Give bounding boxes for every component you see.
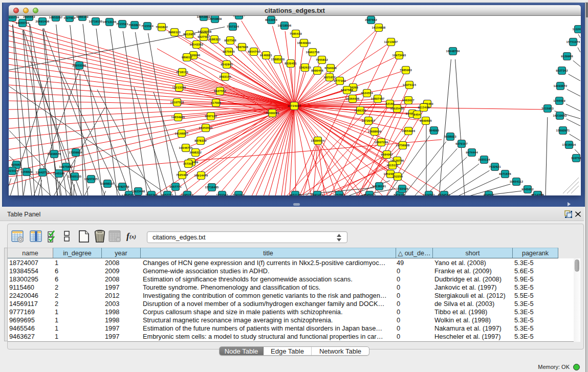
svg-text:12942737: 12942737 <box>36 171 50 174</box>
svg-text:20206576: 20206576 <box>48 152 61 156</box>
svg-text:16914479: 16914479 <box>194 174 208 177</box>
svg-text:9205314: 9205314 <box>233 16 245 17</box>
svg-text:9115400: 9115400 <box>418 106 429 109</box>
svg-text:19654985: 19654985 <box>171 116 185 119</box>
svg-text:10025438: 10025438 <box>390 107 404 110</box>
svg-text:62160: 62160 <box>386 102 395 105</box>
svg-text:9031125: 9031125 <box>289 193 301 195</box>
svg-text:20053346: 20053346 <box>73 64 86 67</box>
svg-text:9327508: 9327508 <box>224 39 236 42</box>
svg-text:8454: 8454 <box>413 113 421 116</box>
svg-text:12923448: 12923448 <box>132 190 145 193</box>
svg-text:15716485: 15716485 <box>205 186 219 189</box>
svg-text:1244419: 1244419 <box>553 99 565 102</box>
svg-text:12505135: 12505135 <box>68 175 82 178</box>
svg-text:157201: 157201 <box>183 162 193 165</box>
svg-text:1621072: 1621072 <box>323 76 336 79</box>
svg-text:924502: 924502 <box>484 193 494 195</box>
svg-text:8912954: 8912954 <box>183 33 195 36</box>
svg-text:7085419: 7085419 <box>290 32 302 35</box>
svg-text:9684067: 9684067 <box>381 153 393 156</box>
svg-text:9146821: 9146821 <box>260 54 272 57</box>
svg-text:6497568: 6497568 <box>341 89 353 92</box>
svg-text:19654923: 19654923 <box>402 129 416 133</box>
svg-text:2087682: 2087682 <box>365 18 377 21</box>
svg-text:20364436: 20364436 <box>346 97 360 100</box>
svg-text:9777169: 9777169 <box>334 79 346 82</box>
svg-text:8990448: 8990448 <box>311 69 323 72</box>
svg-text:3915411: 3915411 <box>9 169 18 172</box>
svg-text:16107553: 16107553 <box>170 101 184 104</box>
svg-text:1733426: 1733426 <box>396 187 408 190</box>
svg-text:10958107: 10958107 <box>101 182 115 185</box>
svg-text:3675645: 3675645 <box>223 50 235 53</box>
svg-text:12213369: 12213369 <box>172 86 186 89</box>
svg-text:9327503: 9327503 <box>198 35 210 38</box>
svg-text:12093872: 12093872 <box>554 84 568 87</box>
svg-text:16543362: 16543362 <box>190 43 204 46</box>
svg-text:14055724: 14055724 <box>9 16 19 19</box>
svg-text:10807487: 10807487 <box>371 97 385 100</box>
svg-text:14055724: 14055724 <box>16 21 30 25</box>
svg-text:1112405: 1112405 <box>573 28 581 31</box>
svg-text:8813054: 8813054 <box>265 18 277 21</box>
svg-text:9657771: 9657771 <box>161 193 173 195</box>
svg-text:9699695: 9699695 <box>420 119 432 122</box>
svg-text:9227342: 9227342 <box>556 69 568 72</box>
svg-text:164095: 164095 <box>429 129 439 132</box>
svg-text:17359924: 17359924 <box>69 151 83 154</box>
svg-text:16961758: 16961758 <box>306 51 320 54</box>
svg-text:16210643: 16210643 <box>553 114 567 117</box>
svg-text:20691406: 20691406 <box>36 20 50 23</box>
svg-text:8186323: 8186323 <box>208 38 221 41</box>
svg-text:16154808: 16154808 <box>372 26 386 29</box>
svg-text:7515521: 7515521 <box>116 23 128 26</box>
svg-text:9934510: 9934510 <box>438 193 450 195</box>
svg-text:5938923: 5938923 <box>444 135 456 138</box>
svg-text:16782759: 16782759 <box>116 185 129 188</box>
svg-text:10719155: 10719155 <box>89 20 103 23</box>
svg-text:19975867: 19975867 <box>59 165 73 168</box>
svg-text:9129966: 9129966 <box>561 55 573 58</box>
svg-text:14136141: 14136141 <box>373 185 386 188</box>
svg-text:8841472: 8841472 <box>311 193 323 195</box>
svg-text:252254: 252254 <box>393 175 403 178</box>
svg-text:8220451: 8220451 <box>285 62 297 65</box>
svg-text:15720407: 15720407 <box>362 119 376 122</box>
svg-text:9245652: 9245652 <box>521 188 534 191</box>
svg-text:17016504: 17016504 <box>562 143 577 146</box>
svg-text:15692971: 15692971 <box>556 129 570 132</box>
svg-text:2718170: 2718170 <box>176 71 188 74</box>
svg-text:2935114: 2935114 <box>478 158 490 161</box>
svg-text:16648784: 16648784 <box>446 50 461 53</box>
svg-text:10688609: 10688609 <box>368 130 382 133</box>
svg-text:13353594: 13353594 <box>199 126 213 129</box>
svg-text:15751074: 15751074 <box>567 40 581 43</box>
svg-text:15885220: 15885220 <box>271 58 285 61</box>
svg-text:10654112: 10654112 <box>510 180 524 183</box>
svg-text:19384554: 19384554 <box>311 139 325 142</box>
svg-text:7632621: 7632621 <box>489 165 501 168</box>
svg-text:1156829: 1156829 <box>20 170 32 173</box>
svg-text:9474444: 9474444 <box>466 151 478 154</box>
svg-text:8454749: 8454749 <box>248 50 260 53</box>
svg-text:2803144: 2803144 <box>219 75 231 78</box>
svg-text:1362615: 1362615 <box>299 66 311 69</box>
svg-text:17957225: 17957225 <box>84 178 98 181</box>
svg-text:1024501: 1024501 <box>423 193 435 195</box>
svg-text:7955812: 7955812 <box>316 58 328 61</box>
svg-text:2367608: 2367608 <box>236 46 248 49</box>
svg-text:19300293: 19300293 <box>266 112 279 115</box>
svg-text:7663821: 7663821 <box>128 24 141 27</box>
svg-text:12213967: 12213967 <box>384 40 398 43</box>
svg-text:7741023: 7741023 <box>232 193 245 195</box>
svg-text:19218506: 19218506 <box>278 24 292 27</box>
svg-text:9245013: 9245013 <box>363 193 376 195</box>
svg-text:7515524: 7515524 <box>141 25 154 28</box>
svg-text:2005572: 2005572 <box>23 16 35 18</box>
svg-text:3624554: 3624554 <box>361 92 373 95</box>
svg-text:7357224: 7357224 <box>227 25 239 28</box>
svg-text:8471676: 8471676 <box>499 172 511 176</box>
svg-text:9463627: 9463627 <box>402 99 415 102</box>
svg-text:1145194: 1145194 <box>53 172 65 175</box>
